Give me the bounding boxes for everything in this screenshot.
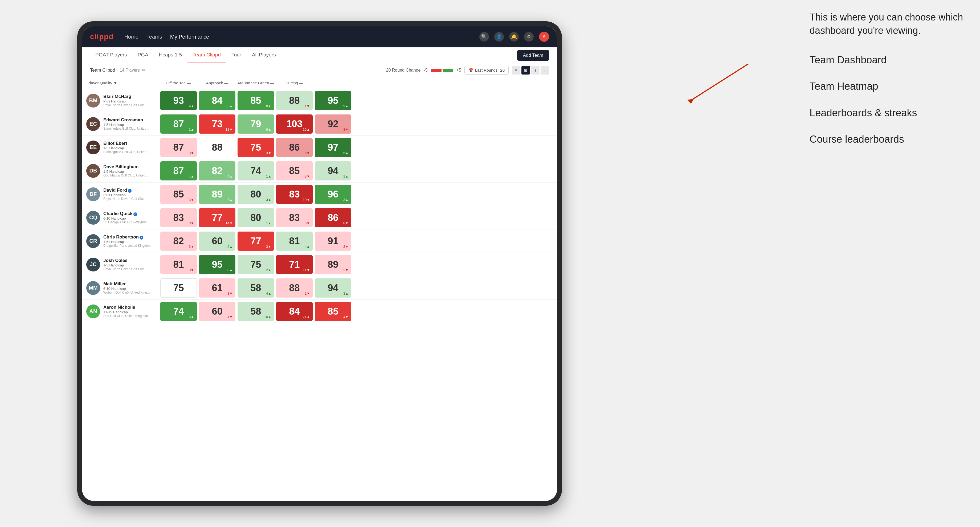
- range-bar-green: [442, 69, 453, 72]
- score-value: 83: [173, 212, 184, 223]
- table-header-row: Player Quality ▼ Off the Tee — Approach …: [82, 77, 557, 89]
- score-cell-around_green: 7111▼: [276, 255, 313, 274]
- score-value: 81: [289, 236, 300, 247]
- player-info: Dave Billingham1-5 HandicapGog Magog Gol…: [103, 164, 151, 177]
- table-row[interactable]: BMBlair McHargPlus HandicapRoyal North D…: [82, 89, 557, 112]
- score-change: 3▼: [189, 268, 194, 272]
- score-value: 74: [173, 306, 184, 317]
- view-icons: ≡ ⊞ 🌡 ↓: [512, 66, 549, 75]
- score-value: 75: [250, 259, 261, 270]
- table-row[interactable]: CQCharlie Quick✓6-10 HandicapSt. George'…: [82, 206, 557, 229]
- option-course-leaderboards: Course leaderboards: [810, 133, 964, 146]
- settings-icon[interactable]: ⚙: [524, 32, 534, 41]
- player-club: Royal North Devon Golf Club, United King…: [103, 103, 151, 107]
- score-value: 89: [328, 259, 338, 270]
- score-cell-player_quality: 75: [160, 278, 197, 298]
- score-cell-player_quality: 934▲: [160, 91, 197, 110]
- player-club: Sunningdale Golf Club, United Kingdom: [103, 127, 151, 130]
- view-download-icon[interactable]: ↓: [541, 66, 549, 75]
- view-list-icon[interactable]: ≡: [512, 66, 520, 75]
- table-row[interactable]: ECEdward Crossman1-5 HandicapSunningdale…: [82, 112, 557, 136]
- player-avatar: AN: [86, 305, 100, 318]
- nav-home[interactable]: Home: [124, 34, 138, 40]
- view-grid-icon[interactable]: ⊞: [522, 66, 530, 75]
- score-cell-approach: 858▲: [237, 91, 274, 110]
- score-value: 81: [173, 259, 184, 270]
- search-icon[interactable]: 🔍: [479, 32, 489, 41]
- table-row[interactable]: DFDavid Ford✓Plus HandicapRoyal North De…: [82, 183, 557, 206]
- tab-all-players[interactable]: All Players: [247, 48, 281, 63]
- bell-icon[interactable]: 🔔: [509, 32, 519, 41]
- player-name: Elliot Ebert: [103, 141, 151, 146]
- option-leaderboards: Leaderboards & streaks: [810, 106, 964, 119]
- add-team-button[interactable]: Add Team: [517, 50, 549, 61]
- score-value: 88: [289, 95, 300, 106]
- team-header: Team Clippd | 14 Players ✏ 20 Round Chan…: [82, 63, 557, 77]
- score-change: 3▼: [228, 291, 233, 295]
- nav-teams[interactable]: Teams: [146, 34, 162, 40]
- player-info: Blair McHargPlus HandicapRoyal North Dev…: [103, 94, 151, 107]
- score-value: 85: [250, 95, 261, 106]
- score-value: 61: [212, 283, 222, 294]
- view-heatmap-icon[interactable]: 🌡: [531, 66, 539, 75]
- score-cell-player_quality: 871▲: [160, 114, 197, 133]
- player-avatar: EC: [86, 117, 100, 131]
- player-avatar: JC: [86, 258, 100, 271]
- verified-icon: ✓: [134, 213, 137, 216]
- svg-marker-0: [687, 99, 694, 104]
- tab-pgat-players[interactable]: PGAT Players: [90, 48, 132, 63]
- tab-team-clippd[interactable]: Team Clippd: [187, 48, 226, 63]
- score-change: 4▲: [305, 244, 310, 249]
- score-change: 2▲: [228, 244, 233, 249]
- tab-pga[interactable]: PGA: [132, 48, 154, 63]
- annotation-intro: This is where you can choose which dashb…: [810, 11, 964, 38]
- score-value: 71: [289, 259, 300, 270]
- score-change: 1▼: [228, 315, 233, 319]
- option-team-heatmap: Team Heatmap: [810, 80, 964, 93]
- score-value: 97: [328, 142, 338, 153]
- score-cell-putting: 868▼: [315, 208, 351, 227]
- player-name: Dave Billingham: [103, 164, 151, 170]
- table-row[interactable]: EEElliot Ebert1-5 HandicapSunningdale Go…: [82, 136, 557, 159]
- table-row[interactable]: ANAaron Nicholls11-15 HandicapDrift Golf…: [82, 300, 557, 323]
- edit-team-icon[interactable]: ✏: [142, 68, 145, 73]
- last-rounds-label: Last Rounds:: [475, 68, 498, 72]
- score-cell-approach: 799▲: [237, 114, 274, 133]
- score-value: 79: [250, 119, 261, 130]
- score-change: 8▼: [343, 221, 348, 225]
- player-info: David Ford✓Plus HandicapRoyal North Devo…: [103, 187, 151, 201]
- score-value: 73: [212, 119, 222, 130]
- col-player-quality: Player Quality ▼: [85, 81, 159, 85]
- team-count: | 14 Players: [118, 68, 140, 73]
- player-handicap: Plus Handicap: [103, 99, 151, 103]
- score-value: 87: [173, 165, 184, 176]
- option-team-dashboard: Team Dashboard: [810, 54, 964, 67]
- last-rounds-button[interactable]: 📅 Last Rounds: 20: [465, 66, 509, 75]
- table-row[interactable]: MMMatt Miller6-10 HandicapWoburn Golf Cl…: [82, 276, 557, 300]
- score-change: 3▲: [266, 198, 271, 202]
- table-row[interactable]: JCJosh Coles1-5 HandicapRoyal North Devo…: [82, 253, 557, 276]
- range-bar: [431, 69, 453, 72]
- table-row[interactable]: CRChris Robertson✓1-5 HandicapCraigmilla…: [82, 229, 557, 253]
- score-change: 10▲: [264, 315, 271, 319]
- nav-my-performance[interactable]: My Performance: [170, 34, 209, 40]
- score-change: 3▼: [189, 151, 194, 155]
- score-value: 86: [328, 212, 338, 223]
- tab-tour[interactable]: Tour: [226, 48, 247, 63]
- score-cell-around_green: 8421▲: [276, 302, 313, 321]
- user-avatar[interactable]: A: [539, 32, 549, 42]
- table-row[interactable]: DBDave Billingham1-5 HandicapGog Magog G…: [82, 159, 557, 183]
- score-change: 10▼: [303, 198, 310, 202]
- score-value: 92: [328, 119, 338, 130]
- score-cell-approach: 5810▲: [237, 302, 274, 321]
- profile-icon[interactable]: 👤: [494, 32, 504, 41]
- score-cell-putting: 923▼: [315, 114, 351, 133]
- player-handicap: 1-5 Handicap: [103, 170, 151, 173]
- score-cell-off_tee: 613▼: [199, 278, 235, 298]
- player-info: Josh Coles1-5 HandicapRoyal North Devon …: [103, 258, 151, 271]
- score-cell-off_tee: 958▲: [199, 255, 235, 274]
- score-change: 1▲: [266, 174, 271, 178]
- tablet-screen: clippd Home Teams My Performance 🔍 👤 🔔 ⚙…: [82, 26, 557, 501]
- tab-hcaps[interactable]: Hcaps 1-5: [154, 48, 188, 63]
- player-avatar: EE: [86, 141, 100, 154]
